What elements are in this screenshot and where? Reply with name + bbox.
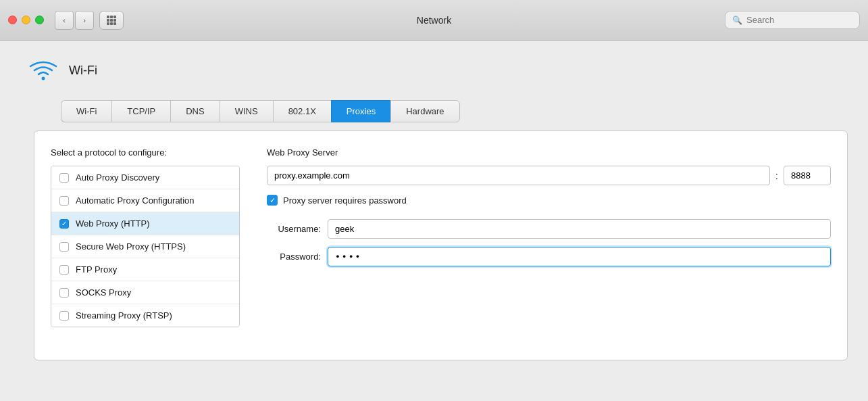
protocol-ftp-proxy[interactable]: FTP Proxy	[51, 258, 239, 281]
protocol-auto-discovery[interactable]: Auto Proxy Discovery	[51, 166, 239, 189]
protocol-socks-proxy[interactable]: SOCKS Proxy	[51, 281, 239, 304]
tabs-container: Wi-Fi TCP/IP DNS WINS 802.1X Proxies Har…	[61, 100, 848, 122]
left-panel: Select a protocol to configure: Auto Pro…	[51, 147, 240, 344]
tab-tcpip[interactable]: TCP/IP	[111, 100, 170, 122]
password-label: Password:	[267, 252, 321, 262]
username-label: Username:	[267, 224, 321, 234]
protocol-auto-config[interactable]: Automatic Proxy Configuration	[51, 189, 239, 212]
tab-dns[interactable]: DNS	[170, 100, 219, 122]
protocol-web-proxy-label: Web Proxy (HTTP)	[76, 218, 150, 229]
checkbox-secure-web-proxy[interactable]	[59, 242, 69, 252]
protocol-socks-proxy-label: SOCKS Proxy	[76, 287, 131, 298]
password-required-checkbox[interactable]: ✓	[267, 195, 278, 206]
back-button[interactable]: ‹	[55, 11, 74, 30]
grid-icon	[107, 16, 116, 25]
grid-button[interactable]	[99, 11, 124, 30]
window-controls	[8, 16, 44, 24]
colon-separator: :	[775, 170, 778, 181]
tab-hardware[interactable]: Hardware	[390, 100, 459, 122]
protocol-auto-discovery-label: Auto Proxy Discovery	[76, 172, 159, 183]
protocol-list: Auto Proxy Discovery Automatic Proxy Con…	[51, 166, 240, 327]
nav-buttons: ‹ ›	[55, 11, 94, 30]
search-input[interactable]	[746, 15, 852, 25]
checkbox-auto-config[interactable]	[59, 196, 69, 206]
password-row: Password:	[267, 247, 831, 266]
titlebar: ‹ › Network 🔍	[0, 0, 868, 41]
tab-wifi[interactable]: Wi-Fi	[61, 100, 111, 122]
wifi-header: Wi-Fi	[20, 54, 848, 87]
password-required-row: ✓ Proxy server requires password	[267, 195, 831, 206]
protocol-ftp-proxy-label: FTP Proxy	[76, 264, 117, 275]
close-button[interactable]	[8, 16, 17, 24]
tab-wins[interactable]: WINS	[220, 100, 273, 122]
checkbox-streaming-proxy[interactable]	[59, 311, 69, 321]
password-required-label: Proxy server requires password	[283, 195, 407, 206]
protocol-streaming-proxy[interactable]: Streaming Proxy (RTSP)	[51, 304, 239, 327]
window-title: Network	[417, 15, 451, 26]
checkbox-socks-proxy[interactable]	[59, 288, 69, 298]
server-host-input[interactable]	[267, 166, 770, 185]
search-box[interactable]: 🔍	[725, 11, 860, 29]
checkbox-ftp-proxy[interactable]	[59, 265, 69, 275]
forward-button[interactable]: ›	[75, 11, 94, 30]
protocol-label: Select a protocol to configure:	[51, 147, 240, 158]
tab-8021x[interactable]: 802.1X	[273, 100, 331, 122]
wifi-icon	[27, 54, 59, 87]
main-content: Wi-Fi Wi-Fi TCP/IP DNS WINS 802.1X Proxi…	[0, 41, 868, 374]
checkbox-auto-discovery[interactable]	[59, 173, 69, 183]
protocol-secure-web-proxy[interactable]: Secure Web Proxy (HTTPS)	[51, 235, 239, 258]
checkbox-web-proxy[interactable]: ✓	[59, 219, 69, 229]
protocol-auto-config-label: Automatic Proxy Configuration	[76, 195, 195, 206]
password-input[interactable]	[328, 247, 831, 266]
web-proxy-server-title: Web Proxy Server	[267, 147, 831, 158]
username-input[interactable]	[328, 219, 831, 239]
server-row: :	[267, 166, 831, 185]
svg-point-0	[42, 77, 45, 80]
search-icon: 🔍	[732, 16, 742, 25]
protocol-web-proxy[interactable]: ✓ Web Proxy (HTTP)	[51, 212, 239, 235]
username-row: Username:	[267, 219, 831, 239]
protocol-secure-web-proxy-label: Secure Web Proxy (HTTPS)	[76, 241, 186, 252]
minimize-button[interactable]	[22, 16, 30, 24]
right-panel: Web Proxy Server : ✓ Proxy server requir…	[267, 147, 831, 344]
maximize-button[interactable]	[35, 16, 44, 24]
tab-proxies[interactable]: Proxies	[331, 100, 390, 122]
server-port-input[interactable]	[784, 166, 831, 185]
protocol-streaming-proxy-label: Streaming Proxy (RTSP)	[76, 310, 172, 321]
panel: Select a protocol to configure: Auto Pro…	[34, 131, 848, 360]
wifi-label: Wi-Fi	[69, 64, 97, 78]
